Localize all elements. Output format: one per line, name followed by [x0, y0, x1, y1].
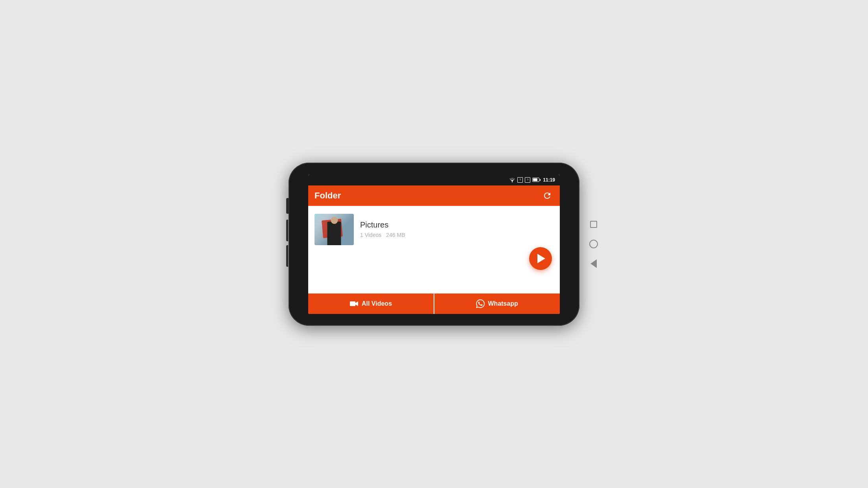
video-camera-icon: [350, 301, 359, 307]
toolbar-title: Folder: [314, 191, 341, 201]
video-count: 1 Videos: [360, 232, 381, 238]
whatsapp-label: Whatsapp: [488, 300, 518, 307]
play-icon: [537, 254, 545, 263]
status-time: 11:19: [543, 177, 555, 183]
phone-screen: ? ? 11:19 Folder: [308, 174, 560, 314]
all-videos-button[interactable]: All Videos: [308, 294, 434, 314]
play-fab-button[interactable]: [529, 247, 552, 270]
bottom-buttons: All Videos Whatsapp: [308, 294, 560, 314]
recents-button[interactable]: [588, 219, 599, 230]
wifi-icon: [509, 178, 515, 182]
refresh-icon: [542, 191, 552, 200]
folder-thumbnail: [314, 214, 354, 245]
battery-icon: [532, 178, 539, 182]
signal-icon: ?: [517, 177, 523, 183]
nav-buttons: [588, 219, 599, 269]
folder-name: Pictures: [360, 220, 405, 229]
status-icons: ? ? 11:19: [509, 177, 555, 183]
back-button[interactable]: [588, 258, 599, 269]
svg-point-0: [512, 181, 513, 182]
folder-meta: 1 Videos 246 MB: [360, 232, 405, 238]
whatsapp-icon: [476, 299, 485, 308]
main-content: Pictures 1 Videos 246 MB: [308, 206, 560, 294]
data-icon: ?: [525, 177, 530, 183]
svg-rect-1: [350, 301, 355, 306]
volume-up-button[interactable]: [286, 220, 288, 241]
whatsapp-button[interactable]: Whatsapp: [434, 294, 560, 314]
all-videos-label: All Videos: [362, 300, 392, 307]
folder-item[interactable]: Pictures 1 Videos 246 MB: [313, 211, 555, 248]
toolbar: Folder: [308, 185, 560, 206]
status-bar: ? ? 11:19: [308, 174, 560, 185]
home-button[interactable]: [588, 238, 599, 250]
phone-frame: ? ? 11:19 Folder: [289, 163, 579, 326]
refresh-button[interactable]: [541, 189, 554, 202]
folder-size: 246 MB: [386, 232, 405, 238]
folder-info: Pictures 1 Videos 246 MB: [360, 220, 405, 238]
volume-down-button[interactable]: [286, 245, 288, 267]
